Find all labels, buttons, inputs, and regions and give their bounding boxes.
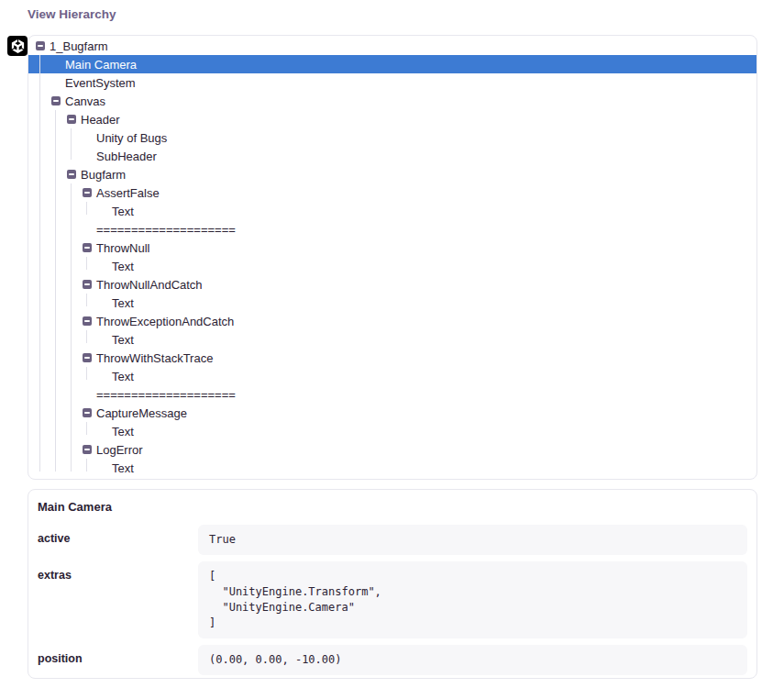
detail-value: [ "UnityEngine.Transform", "UnityEngine.…: [198, 561, 747, 638]
tree-node-label: CaptureMessage: [96, 406, 187, 420]
detail-row-position: position(0.00, 0.00, -10.00): [38, 645, 747, 675]
collapse-minus-icon[interactable]: [83, 280, 92, 289]
tree-node-label: Text: [112, 370, 134, 383]
tree-node[interactable]: 1_Bugfarm: [28, 37, 756, 55]
collapse-minus-icon[interactable]: [83, 188, 92, 197]
hierarchy-tree-panel: 1_BugfarmMain CameraEventSystemCanvasHea…: [28, 35, 757, 480]
collapse-minus-icon[interactable]: [83, 408, 92, 417]
tree-node-label: Text: [112, 260, 134, 273]
detail-label: active: [38, 525, 198, 545]
collapse-minus-icon[interactable]: [51, 96, 61, 105]
view-hierarchy-title: View Hierarchy: [28, 7, 116, 21]
tree-node-label: Unity of Bugs: [96, 131, 167, 145]
unity-logo-icon: [7, 36, 28, 56]
details-rows: activeTrueextras[ "UnityEngine.Transform…: [38, 525, 747, 675]
tree-node[interactable]: AssertFalse: [28, 183, 756, 202]
tree-node[interactable]: ThrowExceptionAndCatch: [28, 312, 756, 330]
tree-node[interactable]: Header: [28, 110, 756, 128]
tree-node[interactable]: Text: [28, 257, 756, 275]
tree-node-label: Text: [112, 333, 134, 347]
tree-node[interactable]: ====================: [28, 385, 756, 404]
collapse-minus-icon[interactable]: [83, 353, 92, 362]
detail-row-active: activeTrue: [38, 525, 747, 555]
tree-node[interactable]: ThrowWithStackTrace: [28, 349, 756, 367]
tree-node[interactable]: CaptureMessage: [28, 404, 756, 422]
collapse-minus-icon[interactable]: [67, 115, 76, 124]
tree-node[interactable]: SubHeader: [28, 147, 756, 165]
node-details-panel: Main Camera activeTrueextras[ "UnityEngi…: [28, 489, 757, 679]
tree-node-label: Header: [81, 113, 120, 127]
tree-node-label: Text: [112, 205, 134, 218]
tree-node[interactable]: LogError: [28, 440, 756, 459]
tree-node[interactable]: Text: [28, 330, 756, 349]
tree-node[interactable]: Text: [28, 294, 756, 312]
tree-node-label: Text: [112, 425, 134, 438]
tree-node-label: ThrowExceptionAndCatch: [96, 315, 234, 328]
tree-node-label: ThrowNullAndCatch: [96, 278, 203, 292]
tree-node[interactable]: ====================: [28, 220, 756, 239]
collapse-minus-icon[interactable]: [83, 316, 92, 326]
tree-node[interactable]: Text: [28, 459, 756, 477]
detail-value: (0.00, 0.00, -10.00): [198, 645, 747, 675]
tree-node-label: Bugfarm: [81, 168, 126, 182]
collapse-minus-icon[interactable]: [36, 41, 45, 50]
collapse-minus-icon[interactable]: [83, 243, 92, 252]
details-title: Main Camera: [38, 498, 747, 514]
tree-node-label: SubHeader: [96, 150, 157, 163]
tree-node-label: ====================: [96, 388, 236, 402]
tree-node[interactable]: Bugfarm: [28, 165, 756, 183]
tree-node[interactable]: Text: [28, 422, 756, 440]
tree-node-label: EventSystem: [65, 76, 136, 90]
tree-node-label: ThrowWithStackTrace: [96, 351, 213, 365]
tree-node[interactable]: Unity of Bugs: [28, 128, 756, 147]
collapse-minus-icon[interactable]: [83, 445, 92, 454]
tree-node-label: Text: [112, 461, 134, 475]
tree-node[interactable]: Text: [28, 367, 756, 385]
detail-label: extras: [38, 561, 198, 582]
tree-node-label: Text: [112, 296, 134, 310]
tree-node-label: Main Camera: [65, 58, 137, 72]
detail-label: position: [38, 645, 198, 665]
tree-node[interactable]: ThrowNull: [28, 239, 756, 257]
tree-node[interactable]: Text: [28, 202, 756, 220]
detail-row-extras: extras[ "UnityEngine.Transform", "UnityE…: [38, 561, 747, 638]
tree-node-label: ThrowNull: [96, 241, 150, 255]
tree-node-label: AssertFalse: [96, 186, 160, 200]
tree-node-selected[interactable]: Main Camera: [28, 55, 756, 73]
hierarchy-tree: 1_BugfarmMain CameraEventSystemCanvasHea…: [28, 37, 756, 477]
tree-node-label: LogError: [96, 443, 143, 457]
collapse-minus-icon[interactable]: [67, 170, 76, 179]
detail-value: True: [198, 525, 747, 555]
tree-node-label: Canvas: [65, 94, 105, 108]
tree-node[interactable]: EventSystem: [28, 73, 756, 92]
tree-node-label: 1_Bugfarm: [50, 39, 108, 53]
tree-node-label: ====================: [96, 223, 236, 237]
tree-node[interactable]: Canvas: [28, 92, 756, 110]
tree-node[interactable]: ThrowNullAndCatch: [28, 275, 756, 294]
unity-logo-glyph: [11, 39, 25, 53]
